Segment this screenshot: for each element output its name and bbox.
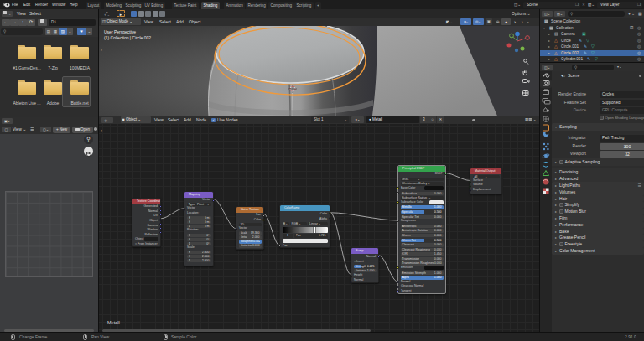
svg-text:›: ›: [101, 47, 102, 52]
svg-text:User Perspective: User Perspective: [104, 29, 136, 34]
svg-text:(1) Collection | Circle.002: (1) Collection | Circle.002: [104, 35, 151, 40]
